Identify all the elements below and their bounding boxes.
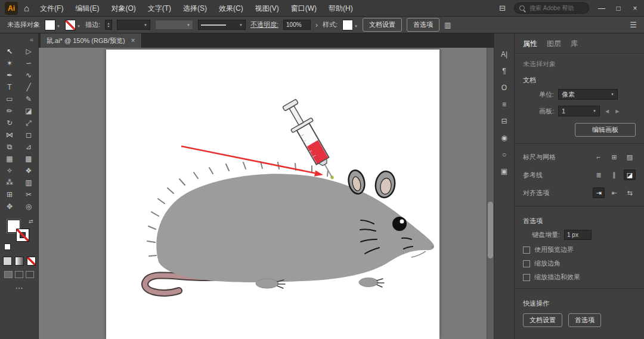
artboards-panel-icon[interactable]: ▣ xyxy=(501,167,507,176)
next-artboard-button[interactable]: ▶ xyxy=(614,109,620,114)
keyboard-increment-input[interactable] xyxy=(564,230,592,240)
panel-menu-icon[interactable]: ☰ xyxy=(630,20,637,29)
home-icon[interactable]: ⌂ xyxy=(24,3,29,13)
minimize-button[interactable]: — xyxy=(597,4,606,13)
style-select[interactable] xyxy=(342,20,358,30)
eraser-tool[interactable]: ◪ xyxy=(19,105,38,117)
pathfinder-panel-icon[interactable]: ⊟ xyxy=(501,117,507,126)
tab-properties[interactable]: 属性 xyxy=(523,39,537,49)
unit-select[interactable]: 像素 xyxy=(558,89,618,100)
gradient-tool[interactable]: ▩ xyxy=(19,153,38,165)
menu-item[interactable]: 视图(V) xyxy=(249,0,285,17)
tab-close-icon[interactable]: × xyxy=(131,36,135,45)
prev-artboard-button[interactable]: ◀ xyxy=(604,109,610,114)
menu-item[interactable]: 效果(C) xyxy=(213,0,249,17)
arrange-documents-icon[interactable]: ⊟ xyxy=(499,4,506,13)
preferences-button[interactable]: 首选项 xyxy=(407,18,439,32)
menu-item[interactable]: 帮助(H) xyxy=(323,0,359,17)
snap-to-point-icon[interactable]: ⇤ xyxy=(608,187,620,198)
fill-color-control[interactable] xyxy=(45,20,60,30)
snap-to-grid-icon[interactable]: ⇥ xyxy=(593,187,605,198)
paragraph-panel-icon[interactable]: ¶ xyxy=(502,67,506,76)
menu-item[interactable]: 选择(S) xyxy=(177,0,213,17)
stroke-weight-select[interactable] xyxy=(117,20,150,30)
artboard-tool[interactable]: ⊞ xyxy=(0,189,19,201)
workspace-switcher-icon[interactable]: ▥ xyxy=(444,21,451,29)
align-panel-icon[interactable]: ≡ xyxy=(502,100,506,109)
hand-tool[interactable]: ✥ xyxy=(0,201,19,212)
paintbrush-tool[interactable]: ✎ xyxy=(19,93,38,105)
draw-inside-icon[interactable] xyxy=(26,271,34,278)
transparency-grid-icon[interactable]: ▨ xyxy=(624,152,636,162)
color-panel-icon[interactable]: ○ xyxy=(502,150,506,159)
default-colors-icon[interactable] xyxy=(4,244,11,250)
grid-icon[interactable]: ⊞ xyxy=(608,152,620,162)
artwork-mouse-and-syringe[interactable] xyxy=(106,50,439,339)
gradient-button[interactable] xyxy=(15,257,24,266)
lasso-tool[interactable]: ∽ xyxy=(19,57,38,69)
stroke-profile-select[interactable] xyxy=(198,20,246,30)
checkbox[interactable] xyxy=(523,246,530,254)
tab-libraries[interactable]: 库 xyxy=(571,39,578,49)
document-setup-button[interactable]: 文档设置 xyxy=(363,18,402,32)
blend-tool[interactable]: ❖ xyxy=(19,165,38,177)
color-button[interactable] xyxy=(3,257,12,266)
curvature-tool[interactable]: ∿ xyxy=(19,69,38,81)
checkbox[interactable] xyxy=(523,274,530,281)
zoom-tool[interactable]: ◎ xyxy=(19,201,38,212)
opacity-options-button[interactable]: › xyxy=(315,21,318,29)
menu-item[interactable]: 窗口(W) xyxy=(285,0,323,17)
search-box[interactable] xyxy=(514,2,589,14)
collapse-panel-icon[interactable]: « xyxy=(30,36,33,43)
pencil-tool[interactable]: ✏ xyxy=(0,105,19,117)
menu-item[interactable]: 对象(O) xyxy=(105,0,141,17)
vertical-scrollbar[interactable] xyxy=(487,48,494,339)
stroke-indicator[interactable] xyxy=(16,229,29,242)
checkbox[interactable] xyxy=(523,260,530,267)
search-input[interactable] xyxy=(528,4,584,12)
type-tool[interactable]: T xyxy=(0,81,19,93)
draw-behind-icon[interactable] xyxy=(15,271,23,278)
opacity-label[interactable]: 不透明度: xyxy=(250,20,278,29)
document-tab[interactable]: 鼠.ai* @ 150% (RGB/预览) × xyxy=(41,33,142,48)
direct-selection-tool[interactable]: ▷ xyxy=(19,45,38,57)
artboard-select[interactable]: 1 xyxy=(558,106,600,116)
scrollbar-thumb[interactable] xyxy=(488,202,493,258)
quick-preferences-button[interactable]: 首选项 xyxy=(568,313,601,327)
menu-item[interactable]: 编辑(E) xyxy=(69,0,105,17)
perspective-grid-tool[interactable]: ⊿ xyxy=(19,141,38,153)
stroke-color-control[interactable] xyxy=(65,20,80,30)
line-segment-tool[interactable]: ╱ xyxy=(19,81,38,93)
pen-tool[interactable]: ✒ xyxy=(0,69,19,81)
draw-normal-icon[interactable] xyxy=(4,271,13,278)
scale-tool[interactable]: ⤢ xyxy=(19,117,38,129)
stroke-weight-stepper[interactable]: ▲ ▼ xyxy=(105,20,112,30)
slice-tool[interactable]: ✂ xyxy=(19,189,38,201)
width-tool[interactable]: ⋈ xyxy=(0,129,19,141)
rectangle-tool[interactable]: ▭ xyxy=(0,93,19,105)
more-tools-button[interactable]: ⋯ xyxy=(0,283,38,292)
opacity-input[interactable] xyxy=(283,20,311,30)
none-button[interactable] xyxy=(27,257,36,266)
quick-document-setup-button[interactable]: 文档设置 xyxy=(523,313,562,327)
magic-wand-tool[interactable]: ✶ xyxy=(0,57,19,69)
opentype-panel-icon[interactable]: O xyxy=(501,84,507,93)
lock-guides-icon[interactable]: ∥ xyxy=(608,170,620,180)
smart-guides-icon[interactable]: ◪ xyxy=(624,170,636,180)
column-graph-tool[interactable]: ▥ xyxy=(19,177,38,189)
show-guides-icon[interactable]: ≣ xyxy=(593,170,605,180)
artboard[interactable] xyxy=(106,50,439,339)
tab-layers[interactable]: 图层 xyxy=(547,39,561,49)
mesh-tool[interactable]: ▦ xyxy=(0,153,19,165)
menu-item[interactable]: 文字(T) xyxy=(142,0,177,17)
swap-fill-stroke-icon[interactable]: ⇄ xyxy=(29,218,33,224)
menu-item[interactable]: 文件(F) xyxy=(34,0,69,17)
rotate-tool[interactable]: ↻ xyxy=(0,117,19,129)
corner-ruler-icon[interactable]: ⌐ xyxy=(593,152,605,162)
character-panel-icon[interactable]: A| xyxy=(501,50,507,59)
maximize-button[interactable]: □ xyxy=(614,4,623,13)
shape-builder-tool[interactable]: ⧉ xyxy=(0,141,19,153)
selection-tool[interactable]: ↖ xyxy=(0,45,19,57)
canvas[interactable] xyxy=(39,48,494,339)
appearance-panel-icon[interactable]: ◉ xyxy=(501,134,507,143)
